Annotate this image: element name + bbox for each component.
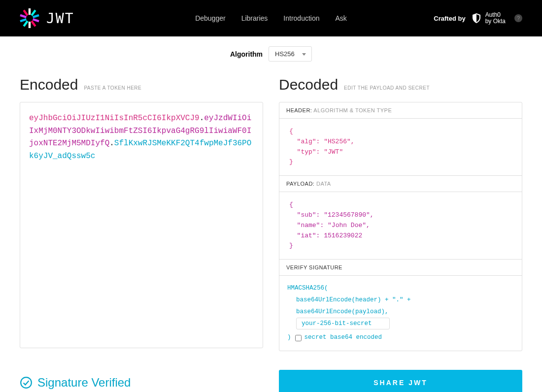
svg-rect-6 <box>23 20 28 27</box>
nav-libraries[interactable]: Libraries <box>241 14 268 22</box>
svg-rect-0 <box>29 8 31 15</box>
nav-introduction[interactable]: Introduction <box>283 14 319 22</box>
svg-rect-9 <box>23 10 28 16</box>
top-header: JWT Debugger Libraries Introduction Ask … <box>0 0 542 36</box>
logo-text: JWT <box>46 10 74 27</box>
svg-rect-1 <box>31 10 36 16</box>
jwt-star-icon <box>20 8 39 28</box>
svg-rect-2 <box>33 14 39 18</box>
encoded-column: Encoded PASTE A TOKEN HERE eyJhbGciOiJIU… <box>20 76 263 351</box>
header-section-title: HEADER: ALGORITHM & TOKEN TYPE <box>279 102 522 119</box>
auth0-logo[interactable]: Auth0 by Okta <box>471 12 506 25</box>
algorithm-select-wrapper: HS256 <box>269 46 312 62</box>
share-jwt-button[interactable]: SHARE JWT <box>279 370 522 392</box>
logo[interactable]: JWT <box>20 8 74 28</box>
secret-base64-checkbox[interactable] <box>295 335 302 341</box>
secret-input[interactable] <box>296 318 390 329</box>
encoded-token-box[interactable]: eyJhbGciOiJIUzI1NiIsInR5cCI6IkpXVCJ9.eyJ… <box>20 102 263 348</box>
svg-rect-4 <box>31 20 36 27</box>
algorithm-label: Algorithm <box>230 50 263 58</box>
secret-base64-label: secret base64 encoded <box>305 332 382 344</box>
help-icon[interactable]: ? <box>514 14 522 22</box>
algorithm-row: Algorithm HS256 <box>0 36 542 71</box>
algorithm-select[interactable]: HS256 <box>269 46 312 62</box>
decoded-column: Decoded EDIT THE PAYLOAD AND SECRET HEAD… <box>279 76 522 351</box>
crafted-by-label: Crafted by <box>434 15 465 22</box>
nav-debugger[interactable]: Debugger <box>195 14 226 22</box>
decoded-subtitle: EDIT THE PAYLOAD AND SECRET <box>344 85 430 91</box>
svg-rect-7 <box>20 18 27 22</box>
auth0-shield-icon <box>471 12 482 24</box>
token-header-part: eyJhbGciOiJIUzI1NiIsInR5cCI6IkpXVCJ9 <box>29 114 200 123</box>
decoded-title: Decoded <box>279 76 338 93</box>
auth0-text: Auth0 by Okta <box>485 12 506 25</box>
header-json-body[interactable]: { "alg": "HS256", "typ": "JWT" } <box>279 119 522 176</box>
svg-rect-8 <box>20 14 27 18</box>
signature-verified-status: Signature Verified <box>20 376 263 390</box>
svg-point-10 <box>21 377 32 388</box>
crafted-by: Crafted by Auth0 by Okta ? <box>434 12 522 25</box>
nav-ask[interactable]: Ask <box>336 14 347 22</box>
main-nav: Debugger Libraries Introduction Ask <box>195 14 347 22</box>
svg-rect-5 <box>29 22 31 28</box>
check-circle-icon <box>20 376 33 389</box>
encoded-title: Encoded <box>20 76 78 93</box>
payload-section-title: PAYLOAD: DATA <box>279 176 522 192</box>
signature-body: HMACSHA256( base64UrlEncode(header) + ".… <box>279 276 522 351</box>
signature-section-title: VERIFY SIGNATURE <box>279 260 522 276</box>
encoded-subtitle: PASTE A TOKEN HERE <box>84 85 141 91</box>
svg-rect-3 <box>33 18 39 22</box>
payload-json-body[interactable]: { "sub": "1234567890", "name": "John Doe… <box>279 192 522 260</box>
